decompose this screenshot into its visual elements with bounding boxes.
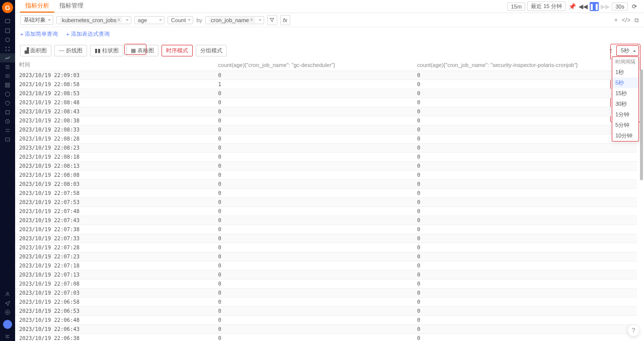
nav-metrics-icon[interactable] [0, 53, 15, 62]
table-row[interactable]: 2023/10/19 22:07:1800 [15, 261, 637, 270]
code-icon[interactable]: </> [622, 17, 630, 24]
cell-time: 2023/10/19 22:07:48 [15, 207, 214, 216]
col-c2-header[interactable]: count(age){"cron_job_name": "security-in… [413, 59, 637, 71]
time-interval-chip[interactable]: 15m [507, 3, 525, 11]
add-expr-query[interactable]: +添加表达式查询 [66, 30, 109, 38]
table-row[interactable]: 2023/10/19 22:08:5300 [15, 89, 637, 98]
table-row[interactable]: 2023/10/19 22:07:0800 [15, 279, 637, 288]
nav-scene-icon[interactable] [0, 26, 15, 35]
field-select[interactable]: age [134, 16, 165, 24]
viewmode-group[interactable]: 分组模式 [196, 45, 227, 56]
viewmode-line[interactable]: 〰折线图 [54, 45, 87, 56]
table-row[interactable]: 2023/10/19 22:07:2800 [15, 243, 637, 252]
dropdown-item-1s[interactable]: 1秒 [612, 67, 638, 78]
refresh-interval-chip[interactable]: 30s [612, 3, 628, 11]
table-row[interactable]: 2023/10/19 22:06:4300 [15, 324, 637, 333]
table-row[interactable]: 2023/10/19 22:08:0800 [15, 170, 637, 179]
table-row[interactable]: 2023/10/19 22:07:4300 [15, 216, 637, 225]
table-row[interactable]: 2023/10/19 22:06:4800 [15, 315, 637, 324]
viewmode-table-label: 表格图 [137, 47, 154, 54]
link-icon[interactable]: ⧉ [634, 17, 639, 24]
table-row[interactable]: 2023/10/19 22:06:3800 [15, 333, 637, 341]
interval-select[interactable]: 5秒 [616, 45, 639, 56]
table-row[interactable]: 2023/10/19 22:08:3800 [15, 116, 637, 125]
nav-settings-icon[interactable] [0, 308, 15, 317]
nav-ci-icon[interactable] [0, 108, 15, 117]
close-icon[interactable]: × [117, 17, 120, 23]
table-row[interactable]: 2023/10/19 22:06:5300 [15, 306, 637, 315]
nav-integration-icon[interactable] [0, 135, 15, 144]
col-time-header[interactable]: 时间 [15, 59, 214, 71]
nav-dashboard-icon[interactable] [0, 17, 15, 26]
time-range-chip[interactable]: 最近 15 分钟 [527, 2, 566, 11]
nav-event-icon[interactable] [0, 35, 15, 44]
table-row[interactable]: 2023/10/19 22:08:4800 [15, 98, 637, 107]
collapse-icon[interactable] [0, 332, 15, 341]
add-simple-query[interactable]: +添加简单查询 [20, 30, 58, 38]
nav-rum-icon[interactable] [0, 81, 15, 90]
table-row[interactable]: 2023/10/19 22:07:0300 [15, 288, 637, 297]
groupby-select[interactable]: cron_job_name× [205, 16, 264, 24]
viewmode-bar[interactable]: ▮▮柱状图 [90, 45, 123, 56]
table-row[interactable]: 2023/10/19 22:07:1300 [15, 270, 637, 279]
prev-icon[interactable]: ◀◀ [579, 2, 588, 11]
pin-icon[interactable]: 📌 [568, 2, 577, 11]
table-row[interactable]: 2023/10/19 22:07:2300 [15, 252, 637, 261]
viewmode-table[interactable]: ▦表格图 [126, 45, 158, 56]
add-query-icon[interactable]: + [614, 17, 618, 24]
nav-member-icon[interactable] [0, 290, 15, 299]
nav-workspace-icon[interactable] [0, 126, 15, 135]
next-icon[interactable]: ▶▶ [601, 2, 610, 11]
nav-security-icon[interactable] [0, 99, 15, 108]
viewmode-area[interactable]: ▟面积图 [20, 45, 51, 56]
dropdown-item-10m[interactable]: 10分钟 [612, 130, 638, 141]
nav-send-icon[interactable] [0, 299, 15, 308]
cell-c1: 0 [214, 252, 414, 261]
table-row[interactable]: 2023/10/19 22:08:3300 [15, 125, 637, 134]
object-tag: kubernetes_cron_jobs [62, 17, 116, 23]
scope-select[interactable]: 基础对象 [20, 15, 53, 25]
dropdown-item-30s[interactable]: 30秒 [612, 99, 638, 109]
dropdown-item-15s[interactable]: 15秒 [612, 88, 638, 99]
cell-time: 2023/10/19 22:08:18 [15, 152, 214, 161]
scrollbar[interactable] [640, 70, 643, 180]
pause-icon[interactable]: ❚❚ [590, 2, 599, 11]
table-row[interactable]: 2023/10/19 22:08:4300 [15, 107, 637, 116]
table-row[interactable]: 2023/10/19 22:07:3300 [15, 234, 637, 243]
table-row[interactable]: 2023/10/19 22:07:4800 [15, 207, 637, 216]
table-row[interactable]: 2023/10/19 22:07:5300 [15, 197, 637, 207]
cell-c1: 1 [214, 80, 414, 89]
nav-infra-icon[interactable] [0, 44, 15, 53]
filter-button[interactable] [267, 15, 277, 25]
table-row[interactable]: 2023/10/19 22:08:5810 [15, 80, 637, 89]
logo-icon[interactable]: G [2, 2, 13, 13]
table-row[interactable]: 2023/10/19 22:07:5800 [15, 188, 637, 197]
table-row[interactable]: 2023/10/19 22:08:2300 [15, 143, 637, 152]
table-row[interactable]: 2023/10/19 22:07:3800 [15, 225, 637, 234]
dropdown-item-5s[interactable]: 5秒 [612, 78, 638, 88]
close-icon[interactable]: × [250, 17, 253, 23]
table-row[interactable]: 2023/10/19 22:08:0300 [15, 179, 637, 188]
help-button[interactable]: ? [628, 325, 639, 336]
nav-synthetic-icon[interactable] [0, 90, 15, 99]
tab-analysis[interactable]: 指标分析 [20, 0, 54, 13]
table-row[interactable]: 2023/10/19 22:08:1800 [15, 152, 637, 161]
nav-monitor-icon[interactable] [0, 117, 15, 126]
tab-management[interactable]: 指标管理 [54, 0, 89, 13]
refresh-icon[interactable]: ⟳ [630, 2, 639, 11]
nav-apm-icon[interactable] [0, 72, 15, 81]
viewmode-time[interactable]: 时序模式 [162, 45, 193, 56]
table-row[interactable]: 2023/10/19 22:06:5800 [15, 297, 637, 306]
user-avatar[interactable] [3, 320, 12, 329]
dropdown-item-1m[interactable]: 1分钟 [612, 109, 638, 120]
nav-log-icon[interactable] [0, 62, 15, 72]
agg-select[interactable]: Count [168, 16, 193, 24]
dropdown-item-5m[interactable]: 5分钟 [612, 120, 638, 130]
object-select[interactable]: kubernetes_cron_jobs× [56, 16, 131, 24]
table-row[interactable]: 2023/10/19 22:08:1300 [15, 161, 637, 170]
table-row[interactable]: 2023/10/19 22:09:0300 [15, 71, 637, 80]
table-row[interactable]: 2023/10/19 22:08:2800 [15, 134, 637, 143]
col-c1-header[interactable]: count(age){"cron_job_name": "gc-deschedu… [214, 59, 414, 71]
fx-button[interactable]: fx [280, 15, 290, 25]
export-icon[interactable]: ⇪ [608, 47, 613, 54]
